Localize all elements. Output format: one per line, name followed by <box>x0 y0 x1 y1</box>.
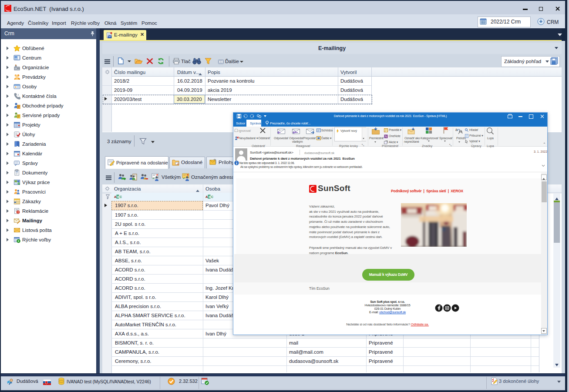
svg-text:a: a <box>455 127 458 132</box>
svg-text:N: N <box>385 135 387 138</box>
svg-text:A: A <box>205 195 208 199</box>
svg-text:A: A <box>114 195 117 199</box>
svg-text:C: C <box>120 195 122 199</box>
svg-text:C: C <box>211 195 214 199</box>
